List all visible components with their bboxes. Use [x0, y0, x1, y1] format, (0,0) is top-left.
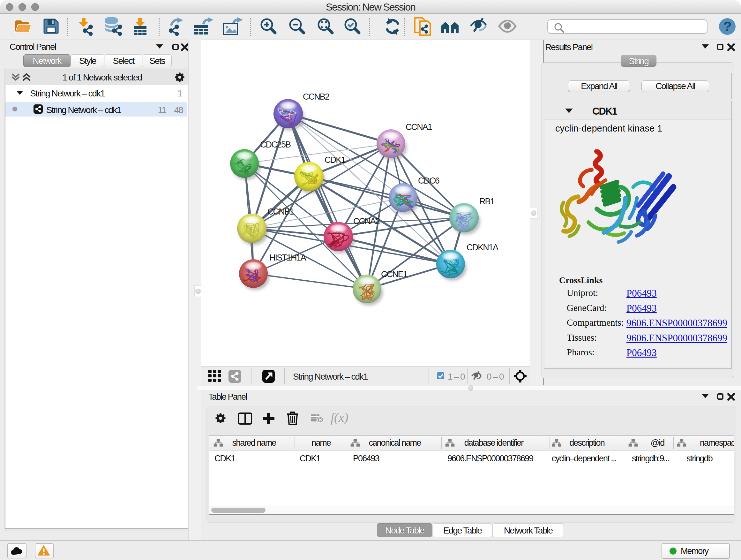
svg-text:RB1: RB1 — [479, 197, 495, 206]
svg-text:CCNE1: CCNE1 — [381, 269, 408, 279]
svg-text:?: ? — [724, 19, 731, 34]
svg-text:CCNB2: CCNB2 — [303, 92, 329, 102]
svg-text:HIST1H1A: HIST1H1A — [269, 253, 307, 262]
svg-text:CDKN1A: CDKN1A — [467, 243, 498, 252]
svg-text:CCNB1: CCNB1 — [267, 207, 294, 216]
svg-text:CCNA1: CCNA1 — [406, 122, 432, 132]
svg-text:CDK1: CDK1 — [325, 155, 345, 165]
svg-text:CDC6: CDC6 — [418, 176, 440, 186]
svg-text:CDC25B: CDC25B — [260, 140, 291, 149]
svg-text:CCNA2: CCNA2 — [353, 216, 380, 226]
